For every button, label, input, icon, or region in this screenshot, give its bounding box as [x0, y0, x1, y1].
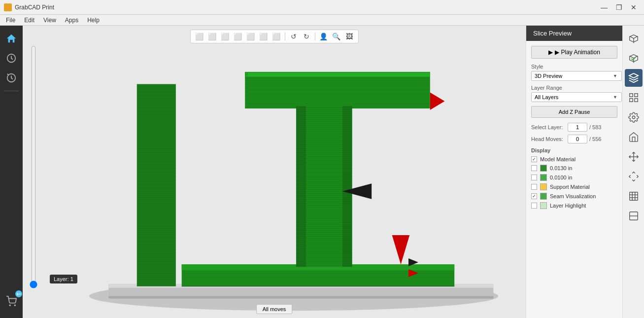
arrow-0130	[374, 257, 418, 267]
display-label: Display	[531, 147, 617, 153]
checkbox-seam-vis: ✓ Seam Visualization	[531, 193, 617, 200]
sidebar-history-icon[interactable]	[2, 69, 20, 87]
menu-view[interactable]: View	[39, 16, 60, 25]
swatch-0130	[540, 165, 547, 172]
svg-rect-32	[629, 94, 632, 97]
head-moves-label: Head Moves:	[531, 136, 566, 142]
svg-rect-10	[137, 84, 176, 286]
minimize-button[interactable]: —	[598, 2, 610, 12]
app-icon	[4, 3, 12, 11]
cb-seam-vis-label: Seam Visualization	[550, 193, 596, 199]
rs-grid-icon[interactable]	[625, 89, 643, 106]
all-moves-button[interactable]: All moves	[256, 304, 293, 314]
menu-help[interactable]: Help	[83, 16, 103, 25]
sidebar-clock-icon[interactable]	[2, 49, 20, 67]
cb-support-material[interactable]	[531, 184, 537, 190]
cb-layer-highlight-label: Layer Highlight	[550, 203, 586, 209]
rs-check-cube-icon[interactable]	[625, 49, 643, 67]
svg-marker-0	[7, 35, 16, 43]
cb-0130-label: 0.0130 in	[550, 165, 572, 171]
style-dropdown[interactable]: 3D Preview Top View Side View	[531, 71, 622, 81]
cb-0100-label: 0.0100 in	[550, 175, 572, 180]
layer-range-label: Layer Range	[531, 85, 617, 91]
window-controls: — ❐ ✕	[598, 2, 640, 12]
rs-size-icon[interactable]	[625, 187, 643, 205]
select-layer-label: Select Layer:	[531, 124, 566, 130]
layer-tooltip: Layer: 1	[50, 275, 77, 283]
head-moves-input[interactable]	[568, 135, 587, 143]
rs-layers-icon[interactable]	[625, 69, 643, 87]
head-moves-row: Head Moves: / 556	[531, 135, 617, 143]
layer-range-row: All Layers Custom ▼	[531, 92, 617, 102]
menu-apps[interactable]: Apps	[61, 16, 82, 25]
cb-layer-highlight[interactable]	[531, 203, 537, 209]
title-bar: GrabCAD Print — ❐ ✕	[0, 0, 644, 15]
menu-edit[interactable]: Edit	[20, 16, 38, 25]
checkbox-0130: 0.0130 in	[531, 165, 617, 172]
cb-0100[interactable]	[531, 175, 537, 180]
swatch-0100	[540, 174, 547, 181]
rs-view-icon[interactable]	[625, 207, 643, 225]
checkbox-support-material: Support Material	[531, 183, 617, 190]
swatch-seam-vis	[540, 193, 547, 200]
select-layer-total: / 583	[589, 124, 601, 130]
style-label: Style	[531, 64, 617, 70]
cart-badge: 6+	[15, 290, 22, 297]
play-animation-label: ▶ Play Animation	[555, 49, 600, 56]
swatch-support-material	[540, 183, 547, 190]
layer-slider[interactable]	[32, 45, 35, 288]
head-moves-total: / 556	[589, 136, 601, 142]
maximize-button[interactable]: ❐	[612, 2, 625, 12]
menu-bar: File Edit View Apps Help	[0, 15, 644, 26]
svg-point-36	[632, 116, 635, 119]
sidebar-separator	[4, 91, 19, 91]
close-button[interactable]: ✕	[627, 2, 640, 12]
select-layer-row: Select Layer: / 583	[531, 123, 617, 132]
rs-arrows-icon[interactable]	[625, 148, 643, 166]
svg-rect-21	[296, 106, 352, 267]
cb-0130[interactable]	[531, 165, 537, 171]
right-sidebar	[622, 26, 644, 318]
select-layer-input[interactable]	[568, 123, 587, 132]
slice-preview-header: Slice Preview	[526, 26, 622, 41]
svg-rect-8	[108, 296, 493, 299]
3d-scene[interactable]	[23, 26, 526, 318]
svg-rect-33	[634, 94, 637, 97]
rs-settings-icon[interactable]	[625, 108, 643, 126]
arrow-0100	[374, 268, 418, 278]
svg-marker-25	[342, 183, 415, 199]
viewport[interactable]: ⬜ ⬜ ⬜ ⬜ ⬜ ⬜ ⬜ ↺ ↻ 👤 🔍 🖼	[23, 26, 526, 318]
cb-model-material[interactable]: ✓	[531, 156, 537, 162]
scene-svg	[23, 26, 526, 318]
sidebar-home-icon[interactable]	[2, 30, 20, 47]
app-title: GrabCAD Print	[15, 4, 54, 11]
cb-seam-vis[interactable]: ✓	[531, 193, 537, 199]
menu-file[interactable]: File	[2, 16, 19, 25]
sidebar-cart-container: 6+	[2, 292, 20, 310]
svg-rect-34	[629, 99, 632, 102]
swatch-layer-highlight	[540, 202, 547, 209]
svg-point-4	[14, 305, 15, 306]
slice-preview-panel: Slice Preview ▶ ▶ Play Animation Style 3…	[526, 26, 622, 318]
svg-point-3	[9, 305, 10, 306]
main-layout: 6+ ⬜ ⬜ ⬜ ⬜ ⬜ ⬜ ⬜ ↺ ↻ 👤 🔍 🖼	[0, 26, 644, 318]
left-sidebar: 6+	[0, 26, 23, 318]
slice-preview-body: ▶ ▶ Play Animation Style 3D Preview Top …	[526, 41, 622, 216]
svg-rect-35	[634, 99, 637, 102]
add-z-pause-button[interactable]: Add Z Pause	[531, 106, 617, 118]
play-animation-button[interactable]: ▶ ▶ Play Animation	[531, 46, 617, 59]
style-row: 3D Preview Top View Side View ▼	[531, 71, 617, 81]
svg-marker-28	[374, 258, 418, 266]
layer-range-dropdown[interactable]: All Layers Custom	[531, 92, 622, 102]
rs-home-icon[interactable]	[625, 128, 643, 146]
rs-move-icon[interactable]	[625, 168, 643, 185]
checkbox-0100: 0.0100 in	[531, 174, 617, 181]
rs-cube-icon[interactable]	[625, 30, 643, 47]
layer-slider-container	[29, 45, 38, 288]
checkbox-model-material: ✓ Model Material	[531, 156, 617, 162]
slice-preview-title: Slice Preview	[533, 30, 572, 37]
cb-support-material-label: Support Material	[550, 184, 590, 190]
svg-rect-39	[629, 192, 638, 201]
play-icon: ▶	[548, 49, 553, 56]
svg-marker-29	[374, 269, 418, 277]
